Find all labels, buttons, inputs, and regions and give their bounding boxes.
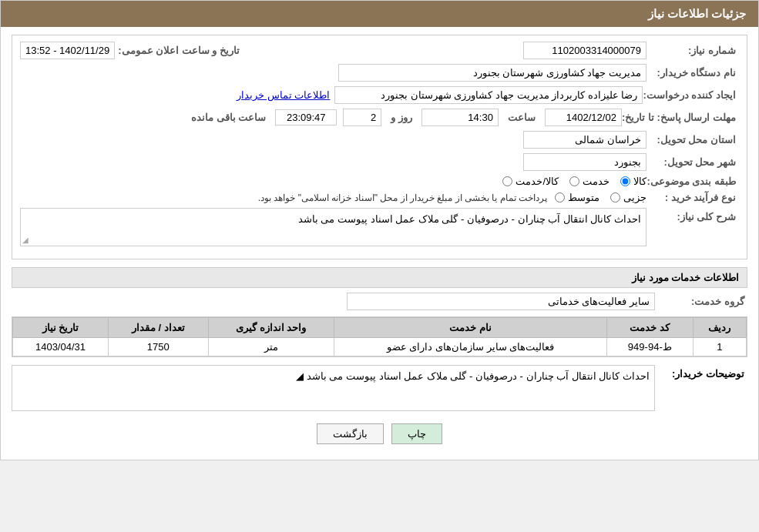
purchase-type-label: نوع فرآیند خرید : — [646, 192, 739, 203]
service-group-row: گروه خدمت: سایر فعالیت‌های خدماتی — [12, 293, 747, 310]
announcement-value: 1402/11/29 - 13:52 — [20, 42, 115, 59]
col-code: کد خدمت — [607, 318, 694, 338]
table-cell-code: ط-94-949 — [607, 338, 694, 356]
services-table: ردیف کد خدمت نام خدمت واحد اندازه گیری ت… — [12, 317, 747, 356]
category-radio-khedmat[interactable] — [569, 176, 579, 186]
category-row: طبقه بندی موضوعی: کالا/خدمت خدمت کالا — [20, 176, 739, 187]
announcement-label: تاریخ و ساعت اعلان عمومی: — [115, 45, 243, 56]
table-cell-row: 1 — [693, 338, 746, 356]
category-option-kala-khedmat[interactable]: کالا/خدمت — [502, 176, 559, 187]
purchase-type-label-motavaset: متوسط — [568, 192, 599, 203]
category-label: طبقه بندی موضوعی: — [646, 176, 739, 187]
need-description-label: شرح کلی نیاز: — [646, 208, 739, 223]
response-time: 14:30 — [421, 109, 499, 126]
buyer-org-row: نام دستگاه خریدار: مدیریت جهاد کشاورزی ش… — [20, 64, 739, 82]
province-row: استان محل تحویل: خراسان شمالی — [20, 131, 739, 149]
services-info-title: اطلاعات خدمات مورد نیاز — [12, 267, 747, 288]
table-cell-unit: متر — [208, 338, 334, 356]
creator-label: ایجاد کننده درخواست: — [643, 89, 739, 101]
buyer-desc-resize-icon: ◢ — [296, 370, 304, 382]
need-number-value: 1102003314000079 — [523, 42, 646, 59]
buyer-desc-box: احداث کانال انتقال آب چناران - درصوفیان … — [12, 365, 655, 411]
response-countdown: 23:09:47 — [275, 109, 337, 125]
print-button[interactable]: چاپ — [391, 423, 442, 444]
city-value: بجنورد — [523, 153, 646, 171]
category-radio-kala[interactable] — [620, 176, 630, 186]
page-title: جزئیات اطلاعات نیاز — [648, 7, 746, 20]
table-cell-name: فعالیت‌های سایر سازمان‌های دارای عضو — [334, 338, 607, 356]
category-label-kala: کالا — [633, 176, 646, 187]
col-row-num: ردیف — [693, 318, 746, 338]
need-description-row: شرح کلی نیاز: احداث کانال انتقال آب چنار… — [20, 208, 739, 246]
services-table-section: ردیف کد خدمت نام خدمت واحد اندازه گیری ت… — [12, 316, 747, 357]
need-description-box: احداث کانال انتقال آب چناران - درصوفیان … — [20, 208, 646, 246]
table-cell-date: 1403/04/31 — [13, 338, 109, 356]
purchase-type-radio-motavaset[interactable] — [555, 192, 565, 202]
purchase-type-radio-jozi[interactable] — [610, 192, 620, 202]
category-radio-kala-khedmat[interactable] — [502, 176, 512, 186]
response-time-label: ساعت — [505, 112, 539, 123]
category-option-khedmat[interactable]: خدمت — [569, 176, 610, 187]
purchase-type-row: نوع فرآیند خرید : متوسط جزیی پرداخت تمام… — [20, 192, 739, 203]
table-row: 1ط-94-949فعالیت‌های سایر سازمان‌های دارا… — [13, 338, 747, 356]
city-label: شهر محل تحویل: — [646, 156, 739, 168]
response-date: 1402/12/02 — [545, 109, 622, 126]
city-row: شهر محل تحویل: بجنورد — [20, 153, 739, 171]
category-option-kala[interactable]: کالا — [620, 176, 646, 187]
col-quantity: تعداد / مقدار — [108, 318, 208, 338]
purchase-type-option-jozi[interactable]: جزیی — [610, 192, 646, 203]
response-deadline-label: مهلت ارسال پاسخ: تا تاریخ: — [622, 112, 739, 123]
buyer-desc-value: احداث کانال انتقال آب چناران - درصوفیان … — [307, 370, 650, 382]
category-label-khedmat: خدمت — [583, 176, 610, 187]
date-row: 1402/12/02 ساعت 14:30 روز و 2 23:09:47 س… — [188, 109, 622, 126]
response-deadline-row: مهلت ارسال پاسخ: تا تاریخ: 1402/12/02 سا… — [20, 109, 739, 126]
table-header-row: ردیف کد خدمت نام خدمت واحد اندازه گیری ت… — [13, 318, 747, 338]
buyer-desc-label: توضیحات خریدار: — [655, 365, 747, 380]
service-group-value: سایر فعالیت‌های خدماتی — [347, 293, 655, 310]
back-button[interactable]: بازگشت — [317, 423, 384, 444]
main-info-section: شماره نیاز: 1102003314000079 تاریخ و ساع… — [12, 35, 747, 259]
creator-value: رضا علیزاده کاربرداز مدیریت جهاد کشاورزی… — [334, 86, 643, 104]
province-value: خراسان شمالی — [523, 131, 646, 149]
service-group-label: گروه خدمت: — [655, 296, 747, 307]
footer-buttons: چاپ بازگشت — [12, 416, 747, 452]
page-header: جزئیات اطلاعات نیاز — [1, 1, 758, 27]
buyer-org-label: نام دستگاه خریدار: — [646, 67, 739, 79]
province-label: استان محل تحویل: — [646, 134, 739, 146]
resize-icon: ◢ — [22, 236, 29, 244]
need-number-label: شماره نیاز: — [646, 45, 739, 56]
purchase-type-label-jozi: جزیی — [623, 192, 646, 203]
table-cell-quantity: 1750 — [108, 338, 208, 356]
response-countdown-label: ساعت باقی مانده — [188, 112, 269, 123]
category-label-kala-khedmat: کالا/خدمت — [516, 176, 559, 187]
buyer-desc-row: توضیحات خریدار: احداث کانال انتقال آب چن… — [12, 365, 747, 411]
contact-link[interactable]: اطلاعات تماس خریدار — [237, 89, 330, 101]
buyer-org-value: مدیریت جهاد کشاورزی شهرستان بجنورد — [338, 64, 646, 82]
col-date: تاریخ نیاز — [13, 318, 109, 338]
response-day-label: روز و — [388, 112, 415, 123]
purchase-type-option-motavaset[interactable]: متوسط — [555, 192, 599, 203]
category-options: کالا/خدمت خدمت کالا — [502, 176, 646, 187]
need-description-value: احداث کانال انتقال آب چناران - درصوفیان … — [298, 213, 641, 225]
purchase-type-options: متوسط جزیی — [555, 192, 646, 203]
col-name: نام خدمت — [334, 318, 607, 338]
response-days: 2 — [343, 109, 381, 126]
creator-row: ایجاد کننده درخواست: رضا علیزاده کاربردا… — [20, 86, 739, 104]
col-unit: واحد اندازه گیری — [208, 318, 334, 338]
purchase-note: پرداخت تمام یا بخشی از مبلغ خریدار از مح… — [258, 192, 547, 203]
need-number-row: شماره نیاز: 1102003314000079 تاریخ و ساع… — [20, 42, 739, 59]
